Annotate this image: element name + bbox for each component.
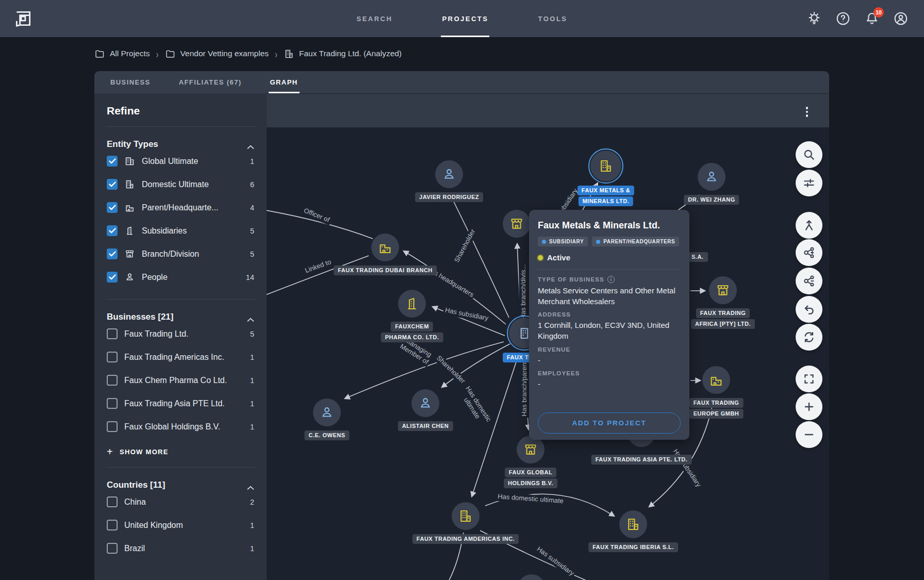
fullscreen-tool-button[interactable] <box>796 366 822 392</box>
nav-link-projects[interactable]: PROJECTS <box>442 0 488 37</box>
checkbox[interactable] <box>107 398 118 409</box>
nav-link-tools[interactable]: TOOLS <box>538 0 567 37</box>
node-circle-faux-trading-iberia[interactable] <box>619 510 647 538</box>
node-label-line[interactable]: FAUX TRADING <box>689 398 744 408</box>
breadcrumb-item[interactable]: All Projects <box>94 48 150 59</box>
refine-panel: Refine Entity Types Global Ultimate1 Dom… <box>94 93 267 580</box>
node-circle-faux-trading-europe[interactable] <box>702 366 730 394</box>
field-value: - <box>538 355 681 366</box>
notifications-bell-icon[interactable]: 10 <box>864 11 880 26</box>
filter-count: 1 <box>250 353 254 361</box>
node-label-line[interactable]: FAUX TRADING DUBAI BRANCH <box>334 266 437 275</box>
node-circle-ce-owens[interactable] <box>313 399 341 426</box>
node-circle-alistair-chen[interactable] <box>411 389 439 417</box>
node-circle-faux-trading-africa[interactable] <box>709 276 737 304</box>
node-label-line[interactable]: FAUX TRADING AMDERICAS INC. <box>412 534 519 544</box>
checkbox[interactable] <box>107 328 118 339</box>
top-nav-bar: SEARCHPROJECTSTOOLS 10 <box>0 0 924 37</box>
field-label: TYPE OF BUSINESS <box>538 276 604 283</box>
section-title: Countries [11] <box>107 480 165 490</box>
node-label-line[interactable]: PHARMA CO. LTD. <box>381 333 443 342</box>
checkbox[interactable] <box>107 156 118 167</box>
add-to-project-button[interactable]: ADD TO PROJECT <box>538 412 681 434</box>
section-header-countries-11[interactable]: Countries [11] <box>107 480 254 490</box>
search-tool-button[interactable] <box>796 141 822 168</box>
divider <box>106 299 255 300</box>
sliders-tool-button[interactable] <box>796 170 822 196</box>
folder-icon <box>165 48 176 59</box>
node-circle-javier-rodriguez[interactable] <box>435 160 463 188</box>
checkbox[interactable] <box>107 520 118 531</box>
node-label-line[interactable]: FAUX GLOBAL <box>505 468 556 477</box>
checkbox[interactable] <box>107 375 118 386</box>
checkbox[interactable] <box>107 202 118 213</box>
node-minus-tool-button[interactable] <box>796 268 822 294</box>
breadcrumb-item[interactable]: Vendor Vetting examples <box>165 48 269 59</box>
zoom-out-tool-button[interactable] <box>796 421 822 448</box>
checkbox[interactable] <box>107 543 118 554</box>
filter-count: 1 <box>250 521 254 529</box>
tab-affiliates-67[interactable]: AFFILIATES (67) <box>177 71 243 93</box>
node-label-line[interactable]: DR. WEI ZHANG <box>684 195 739 205</box>
breadcrumb-label: Faux Trading Ltd. (Analyzed) <box>299 49 402 58</box>
node-label-line[interactable]: MINERALS LTD. <box>579 196 634 206</box>
status-label: Active <box>547 253 570 262</box>
tab-graph[interactable]: GRAPH <box>269 71 300 93</box>
filter-count: 4 <box>250 204 254 212</box>
checkbox[interactable] <box>107 225 118 236</box>
checkbox[interactable] <box>107 179 118 190</box>
checkbox[interactable] <box>107 352 118 362</box>
info-icon[interactable]: i <box>607 276 615 283</box>
spread-tool-button[interactable] <box>796 212 822 239</box>
checkbox[interactable] <box>107 248 118 259</box>
node-label-line[interactable]: JAVIER RODRIGUEZ <box>415 192 483 202</box>
field-label: REVENUE <box>538 346 570 353</box>
node-label-line[interactable]: AFRICA [PTY] LTD. <box>691 319 755 329</box>
node-circle-faux-trading-amdericas[interactable] <box>452 502 480 530</box>
node-label-line[interactable]: FAUX TRADING <box>696 308 750 318</box>
divider <box>106 467 255 468</box>
parent-entity-icon <box>124 202 135 213</box>
show-more-button[interactable]: +SHOW MORE <box>107 446 254 457</box>
node-label-line[interactable]: FAUX TRADING ASIA PTE. LTD. <box>591 455 692 465</box>
breadcrumb-item[interactable]: Faux Trading Ltd. (Analyzed) <box>284 48 402 59</box>
nav-link-search[interactable]: SEARCH <box>356 0 392 37</box>
node-label-line[interactable]: FAUXCHEM <box>391 322 433 332</box>
checkbox[interactable] <box>107 421 118 432</box>
node-label-line[interactable]: FAUX TRADING IBERIA S.L. <box>588 542 678 552</box>
node-label-line[interactable]: HOLDINGS B.V. <box>504 478 557 488</box>
node-circle-faux-global-holdings[interactable] <box>517 436 544 463</box>
breadcrumb-separator-icon: › <box>275 48 277 59</box>
section-header-entity-types[interactable]: Entity Types <box>107 139 254 150</box>
chevron-up-icon[interactable] <box>247 483 254 488</box>
undo-tool-button[interactable] <box>796 296 822 323</box>
edge-label-has-branch-divis: Has branch/divis... <box>519 263 528 321</box>
refresh-icon <box>802 330 816 344</box>
node-circle-dr-wei-zhang[interactable] <box>698 163 725 191</box>
chevron-up-icon[interactable] <box>247 315 254 320</box>
chevron-up-icon[interactable] <box>247 142 254 147</box>
card-field-address: ADDRESS1 Cornhill, London, EC3V 3ND, Uni… <box>538 311 681 341</box>
filter-count: 2 <box>250 498 254 506</box>
zoom-in-tool-button[interactable] <box>796 393 822 420</box>
node-label-line[interactable]: C.E. OWENS <box>304 430 349 440</box>
help-icon[interactable] <box>835 11 851 26</box>
tab-business[interactable]: BUSINESS <box>109 71 152 93</box>
node-label-line[interactable]: EUROPE GMBH <box>689 409 744 419</box>
node-circle-faux-manufacturing-trade-co[interactable] <box>503 210 531 238</box>
node-label-line[interactable]: FAUX METALS & <box>578 186 634 195</box>
node-label-line[interactable]: ALISTAIR CHEN <box>398 421 453 431</box>
node-circle-faux-metals-minerals[interactable] <box>590 151 621 181</box>
filter-label: Faux Trading Ltd. <box>124 329 189 339</box>
node-circle-fauxchem-pharma[interactable] <box>398 290 426 318</box>
checkbox[interactable] <box>107 272 118 283</box>
idea-lightbulb-icon[interactable] <box>806 11 822 26</box>
node-circle-faux-trading-dubai-branch[interactable] <box>371 234 399 261</box>
checkbox[interactable] <box>107 496 118 507</box>
refresh-tool-button[interactable] <box>796 324 822 351</box>
account-avatar-icon[interactable] <box>893 11 909 26</box>
section-header-businesses-21[interactable]: Businesses [21] <box>107 312 254 322</box>
node-plus-tool-button[interactable] <box>796 239 822 266</box>
filter-row-china: China2 <box>107 490 254 513</box>
node-label-faux-trading-amdericas: FAUX TRADING AMDERICAS INC. <box>412 533 519 545</box>
